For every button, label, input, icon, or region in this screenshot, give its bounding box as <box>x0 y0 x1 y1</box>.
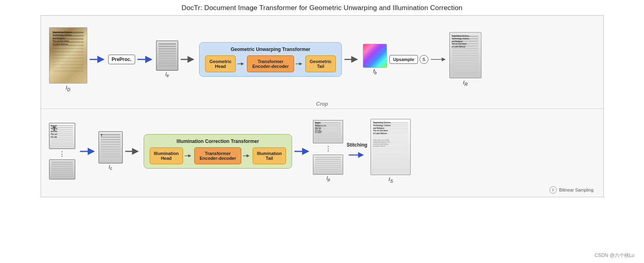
arrow-ie <box>138 54 154 65</box>
crop-label: Crop <box>41 100 603 108</box>
output-doc-top: Negotiating Science,Technology, Culture,… <box>449 32 481 78</box>
ie-label: Ie <box>165 71 169 78</box>
gradient-flow-field <box>363 44 387 68</box>
ic-doc: T <box>99 131 123 163</box>
illumination-transformer-row: IlluminationHead TransformerEncoder-deco… <box>150 147 286 164</box>
doc-stack-top: NegotiTechnoand ReThe artof Lale <box>49 123 75 149</box>
geometric-transformer-row: GeometricHead TransformerEncoder-decoder… <box>205 55 336 72</box>
arrow-transformer-out <box>344 54 360 65</box>
illumination-tail-box: IlluminationTail <box>253 147 286 164</box>
is-label: IS <box>389 176 393 183</box>
preproc-wrapper: PreProc. <box>108 55 135 64</box>
pages-stack: NegotiTechnoand RelThe artof Laleh ⋮ <box>313 120 343 175</box>
arrow-stitching <box>349 149 365 161</box>
ir-label: IR <box>463 80 467 87</box>
arrow-ihead-enc <box>185 153 193 159</box>
preproc-box: PreProc. <box>108 55 135 64</box>
geometric-tail-box: GeometricTail <box>305 55 336 72</box>
s-circle: S <box>420 55 428 64</box>
encoder-decoder-box: TransformerEncoder-decoder <box>247 55 294 72</box>
arrow-illum-out <box>294 146 311 157</box>
arrow-stack-transformer <box>80 146 96 157</box>
output-doc-bottom: Negotiating Science,Technology, Culture,… <box>370 119 411 175</box>
input-doc-wrapper: Negotiating Science,Technology, Culture,… <box>49 27 87 92</box>
ip-dots: ⋮ <box>325 146 331 152</box>
arrow-enc-tail <box>296 61 304 67</box>
page-item-bottom <box>313 155 343 175</box>
bottom-section: NegotiTechnoand ReThe artof Lale ⋮ T Ic <box>41 108 603 197</box>
bilinear-label: Bilinear Sampling <box>559 188 594 192</box>
arrow-preproc <box>90 54 106 65</box>
illumination-head-box: IlluminationHead <box>150 147 183 164</box>
arrow-enc-itail <box>243 153 251 159</box>
ic-label: Ic <box>109 164 112 171</box>
stitching-group: Stitching <box>346 142 367 161</box>
credit: CSDN @六个桃Lu <box>595 252 634 259</box>
page-title: DocTr: Document Image Transformer for Ge… <box>181 4 463 12</box>
geometric-transformer-box: Geometric Unwarping Transformer Geometri… <box>199 42 342 77</box>
bilinear-note: S Bilinear Sampling <box>549 186 594 194</box>
upsample-box: Upsample <box>389 55 418 64</box>
arrow-final <box>431 54 447 65</box>
upsample-group: Upsample S <box>389 55 428 64</box>
diagram-area: Negotiating Science,Technology, Culture,… <box>41 15 604 197</box>
illumination-encoder-decoder-box: TransformerEncoder-decoder <box>194 147 241 164</box>
geometric-transformer-title: Geometric Unwarping Transformer <box>230 47 310 52</box>
arrow-ghead-enc <box>237 61 245 67</box>
id-label: ID <box>66 85 70 92</box>
flowfield-wrapper: fb <box>363 44 387 75</box>
ip-label: Ip <box>326 175 330 182</box>
ic-wrapper: T Ic <box>99 131 123 171</box>
main-container: DocTr: Document Image Transformer for Ge… <box>0 0 644 263</box>
ie-wrapper: Ie <box>156 41 178 78</box>
arrow-ic-transformer <box>125 146 141 157</box>
output-doc-bottom-wrapper: Negotiating Science,Technology, Culture,… <box>370 119 411 183</box>
top-section: Negotiating Science,Technology, Culture,… <box>41 16 603 100</box>
doc-stack: NegotiTechnoand ReThe artof Lale ⋮ <box>49 123 75 179</box>
stitching-label: Stitching <box>347 142 367 148</box>
illumination-transformer-title: Illumination Correction Transformer <box>177 139 259 144</box>
dots-label: ⋮ <box>59 151 65 157</box>
geometric-head-box: GeometricHead <box>205 55 236 72</box>
illumination-transformer-box: Illumination Correction Transformer Illu… <box>144 134 292 169</box>
fb-label: fb <box>373 69 377 75</box>
bilinear-s-circle: S <box>549 186 557 194</box>
input-doc-image: Negotiating Science,Technology, Culture,… <box>49 27 87 84</box>
output-doc-top-wrapper: Negotiating Science,Technology, Culture,… <box>449 32 481 87</box>
ie-doc <box>156 41 178 71</box>
doc-stack-bottom <box>49 159 75 179</box>
arrow-transformer-in <box>181 54 197 65</box>
ip-stack-wrapper: NegotiTechnoand RelThe artof Laleh ⋮ Ip <box>313 120 343 182</box>
page-item-top: NegotiTechnoand RelThe artof Laleh <box>313 120 343 143</box>
